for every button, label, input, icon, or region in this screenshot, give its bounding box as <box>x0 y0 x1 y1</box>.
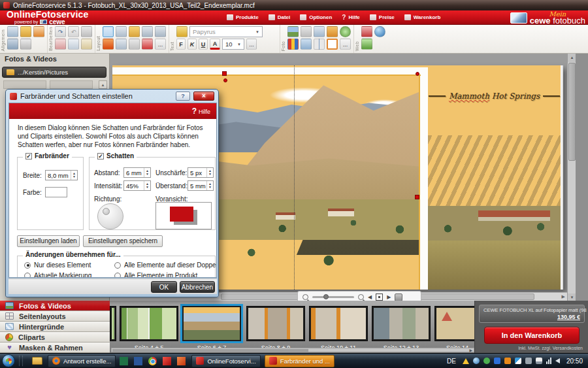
sidebar-item-cliparts[interactable]: Cliparts <box>0 332 110 343</box>
rotate-right-icon[interactable] <box>116 39 127 50</box>
borders-checkbox[interactable]: ✓ <box>25 153 32 159</box>
canvas-vertical-scrollbar[interactable]: ▲ ▼ <box>567 54 576 302</box>
rotate-handle[interactable] <box>223 78 227 82</box>
photo-zoom-icon[interactable] <box>301 26 312 37</box>
radio-all-on-spread[interactable]: Alle Elemente auf dieser Doppelseite <box>114 261 217 269</box>
folder-select-button[interactable]: .../Kerstin/Pictures <box>2 67 106 78</box>
dialog-titlebar[interactable]: Farbränder und Schatten einstellen ? × <box>6 90 218 103</box>
signal-strength-icon[interactable] <box>546 358 551 364</box>
dialog-close-button[interactable]: × <box>193 92 214 101</box>
task-farbraender-dialog[interactable]: Farbränder und ... <box>265 355 335 367</box>
page-thumb-6-7-selected[interactable] <box>180 304 243 343</box>
zoom-in-icon[interactable] <box>358 294 364 300</box>
ok-button[interactable]: OK <box>151 281 177 293</box>
thumbnail-scrollbar[interactable]: ▶ <box>111 348 474 352</box>
order-assistant-icon[interactable] <box>33 26 44 37</box>
volume-icon[interactable] <box>555 358 560 363</box>
shadow-overhang-input[interactable]: 5 mm ▲▼ <box>188 180 214 191</box>
text-insert-icon[interactable] <box>176 26 188 37</box>
font-family-select[interactable]: Papyrus▼ <box>189 26 263 37</box>
photo-rotate-icon[interactable] <box>301 39 312 50</box>
fit-page-icon[interactable] <box>376 293 383 301</box>
underline-button[interactable]: U <box>199 39 208 50</box>
radio-current-selection[interactable]: Aktuelle Markierung <box>24 272 91 278</box>
insert-photo-icon[interactable] <box>287 26 299 37</box>
spinner-arrows-icon[interactable]: ▲▼ <box>144 181 150 190</box>
layout-more-icon[interactable]: ... <box>155 39 166 50</box>
task-onlinefotoservice[interactable]: OnlineFotoservi... <box>191 355 260 367</box>
zoom-slider[interactable] <box>312 296 354 298</box>
security-icon[interactable] <box>504 358 511 364</box>
spinner-arrows-icon[interactable]: ▲▼ <box>144 168 150 177</box>
send-backward-icon[interactable] <box>142 26 153 37</box>
product-summary[interactable]: CEWE FOTOBUCH XL auf Fotopapier matt (98… <box>479 305 585 323</box>
shadow-blur-input[interactable]: 5 px ▲▼ <box>188 167 214 178</box>
spinner-arrows-icon[interactable]: ▲▼ <box>206 168 213 177</box>
dialog-help-button[interactable]: ? <box>176 92 190 101</box>
menu-preise[interactable]: Preise <box>370 14 395 20</box>
photo-timer-icon[interactable] <box>340 26 351 37</box>
page-thumb-8-9[interactable] <box>246 306 305 341</box>
grid-icon[interactable] <box>103 26 114 37</box>
border-color-swatch[interactable] <box>45 187 67 197</box>
page-thumb-10-11[interactable] <box>309 306 368 341</box>
copy-icon[interactable] <box>68 39 79 50</box>
rotate-left-icon[interactable] <box>116 26 127 37</box>
radio-this-element[interactable]: Nur dieses Element <box>24 261 91 269</box>
display-icon[interactable] <box>515 358 521 364</box>
paste-icon[interactable] <box>81 39 92 50</box>
photo-split-icon[interactable] <box>314 39 325 50</box>
save-settings-button[interactable]: Einstellungen speichern <box>83 235 163 247</box>
bluetooth-icon[interactable] <box>494 358 500 364</box>
scroll-right-icon[interactable]: ▶ <box>469 348 472 352</box>
sidebar-item-fotos-videos[interactable]: Fotos & Videos <box>0 301 110 311</box>
shadow-distance-input[interactable]: 6 mm ▲▼ <box>123 167 151 178</box>
word-icon[interactable] <box>134 357 142 365</box>
excel-icon[interactable] <box>120 357 128 365</box>
menu-optionen[interactable]: Optionen <box>300 14 332 20</box>
next-page-icon[interactable]: ▶ <box>387 294 391 300</box>
open-project-icon[interactable] <box>20 26 31 37</box>
sidebar-item-masken-rahmen[interactable]: ♥ Masken & Rahmen <box>0 343 110 353</box>
font-color-button[interactable]: A <box>210 39 220 50</box>
bold-button[interactable]: F <box>176 39 186 50</box>
magnet-snap-icon[interactable] <box>103 39 114 50</box>
dialog-hilfe-link[interactable]: ?Hilfe <box>192 107 210 116</box>
remove-layer-icon[interactable] <box>142 39 153 50</box>
menu-produkte[interactable]: Produkte <box>227 14 259 20</box>
scrollbar-thumb[interactable] <box>568 63 576 161</box>
cancel-button[interactable]: Abbrechen <box>180 281 215 293</box>
explorer-icon[interactable] <box>32 357 42 365</box>
photo-effects-icon[interactable] <box>327 26 338 37</box>
open-layout-icon[interactable] <box>129 26 140 37</box>
settings-gear-icon[interactable] <box>20 39 31 50</box>
radio-icon[interactable] <box>114 262 121 269</box>
save-icon[interactable] <box>7 26 18 37</box>
panel-scroll-up-icon[interactable]: ▲ <box>99 80 107 89</box>
scroll-right-icon[interactable]: ▶ <box>562 294 565 299</box>
radio-icon[interactable] <box>24 262 31 269</box>
sidebar-item-seitenlayouts[interactable]: Seitenlayouts <box>0 311 110 322</box>
direction-knob[interactable] <box>103 208 110 215</box>
web-upload-icon[interactable] <box>361 39 372 50</box>
photo-frame-icon[interactable] <box>327 39 338 50</box>
taskbar-clock[interactable]: 20:50 <box>566 358 583 365</box>
menu-warenkorb[interactable]: Warenkorb <box>404 14 441 20</box>
selection-handle[interactable] <box>415 195 419 199</box>
shadow-checkbox[interactable]: ✓ <box>97 153 104 159</box>
spinner-arrows-icon[interactable]: ▲▼ <box>206 181 213 190</box>
zoom-out-icon[interactable] <box>302 294 308 300</box>
page-thumb-12-13[interactable] <box>372 306 431 341</box>
menu-hilfe[interactable]: ?Hilfe <box>342 14 359 21</box>
zoom-slider-handle[interactable] <box>323 294 329 299</box>
task-firefox[interactable]: Antwort erstelle... <box>48 355 116 367</box>
warning-tray-icon[interactable] <box>463 358 469 364</box>
spread-title[interactable]: Mammoth Hot Springs <box>428 92 561 101</box>
border-width-input[interactable]: 8,0 mm ▲▼ <box>45 170 78 180</box>
save-as-icon[interactable] <box>7 39 18 50</box>
radio-icon[interactable] <box>114 273 121 278</box>
view-mode-icon[interactable] <box>395 293 402 301</box>
page-thumb-14[interactable] <box>434 306 480 341</box>
selection-handle[interactable] <box>222 71 227 76</box>
italic-button[interactable]: K <box>188 39 197 50</box>
